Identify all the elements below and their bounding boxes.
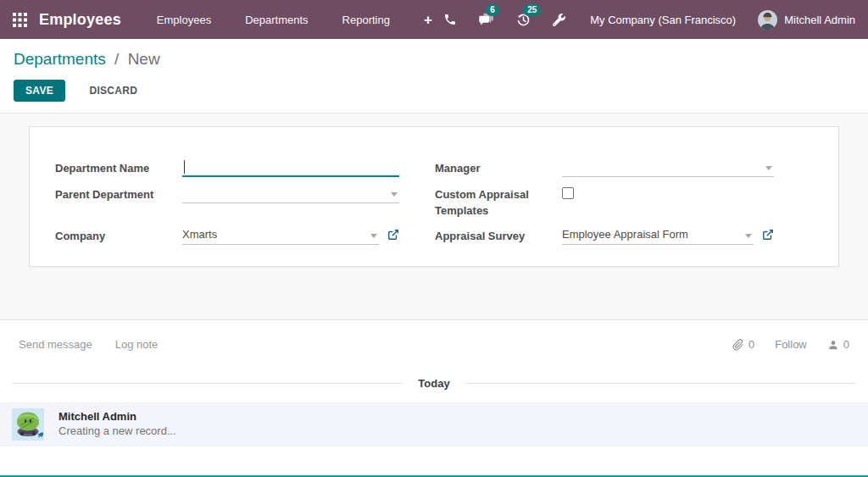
tools-wrench-icon[interactable] [542, 14, 576, 26]
attachments-button[interactable]: 0 [732, 338, 754, 351]
discard-button[interactable]: DISCARD [78, 80, 148, 101]
user-menu[interactable]: Mitchell Admin [784, 14, 855, 26]
caret-down-icon [391, 192, 398, 197]
custom-appraisal-templates-checkbox[interactable] [562, 187, 574, 199]
send-message-button[interactable]: Send message [19, 338, 92, 351]
top-navbar: Employees Employees Departments Reportin… [0, 0, 868, 39]
followers-count: 0 [843, 338, 849, 351]
plus-icon[interactable]: + [424, 13, 432, 27]
company-switcher[interactable]: My Company (San Francisco) [590, 14, 736, 26]
text-cursor [184, 160, 185, 174]
paperclip-icon [732, 339, 744, 351]
message-body: Creating a new record... [58, 424, 176, 439]
department-name-input[interactable] [182, 158, 399, 177]
parent-department-label: Parent Department [55, 185, 182, 219]
apps-grid-icon[interactable] [13, 13, 27, 27]
date-divider: Today [12, 377, 856, 390]
systray: 6 25 My Company (San Francisco) Mitchell… [432, 10, 855, 30]
messages-icon[interactable]: 6 [468, 13, 505, 26]
menu-employees[interactable]: Employees [157, 14, 211, 26]
breadcrumb-current: New [128, 50, 160, 68]
phone-icon[interactable] [432, 13, 468, 26]
main-menu: Employees Departments Reporting [157, 14, 390, 26]
company-input[interactable]: Xmarts [182, 226, 379, 245]
message-author-avatar[interactable] [12, 408, 44, 441]
log-note-button[interactable]: Log note [115, 338, 159, 351]
message-author[interactable]: Mitchell Admin [58, 409, 176, 424]
appraisal-survey-label: Appraisal Survey [435, 226, 562, 245]
activities-clock-icon[interactable]: 25 [505, 13, 542, 27]
caret-down-icon [765, 166, 772, 170]
caret-down-icon [370, 234, 377, 238]
caret-down-icon [745, 234, 752, 238]
breadcrumb-departments-link[interactable]: Departments [14, 50, 106, 68]
app-title[interactable]: Employees [39, 11, 121, 29]
form-view-background: Department Name Manager Parent Departmen… [0, 114, 868, 319]
breadcrumb-separator: / [114, 50, 119, 68]
manager-input[interactable] [562, 158, 774, 177]
company-external-link-icon[interactable] [387, 229, 399, 241]
chatter-message: Mitchell Admin Creating a new record... [0, 402, 868, 446]
save-button[interactable]: SAVE [14, 80, 65, 102]
appraisal-survey-external-link-icon[interactable] [762, 229, 774, 241]
followers-button[interactable]: 0 [827, 338, 849, 351]
form-sheet: Department Name Manager Parent Departmen… [29, 126, 839, 267]
date-divider-label: Today [418, 377, 449, 390]
user-avatar[interactable] [758, 10, 777, 30]
action-buttons: SAVE DISCARD [14, 80, 854, 102]
attachments-count: 0 [748, 338, 754, 351]
parent-department-input[interactable] [182, 185, 399, 203]
chatter-toolbar: Send message Log note 0 Follow 0 [0, 320, 868, 351]
chatter: Send message Log note 0 Follow 0 Today [0, 319, 868, 446]
follow-button[interactable]: Follow [775, 338, 807, 351]
activities-badge: 25 [523, 4, 541, 16]
breadcrumb: Departments / New [14, 50, 854, 69]
appraisal-survey-input[interactable]: Employee Appraisal Form [562, 226, 754, 245]
menu-departments[interactable]: Departments [245, 14, 308, 26]
department-name-label: Department Name [55, 158, 182, 177]
manager-label: Manager [435, 158, 562, 177]
control-panel: Departments / New SAVE DISCARD [0, 39, 868, 114]
menu-reporting[interactable]: Reporting [342, 14, 390, 26]
messages-badge: 6 [486, 4, 499, 16]
custom-appraisal-templates-label: Custom Appraisal Templates [435, 185, 562, 219]
person-icon [827, 339, 839, 351]
company-label: Company [55, 226, 182, 245]
